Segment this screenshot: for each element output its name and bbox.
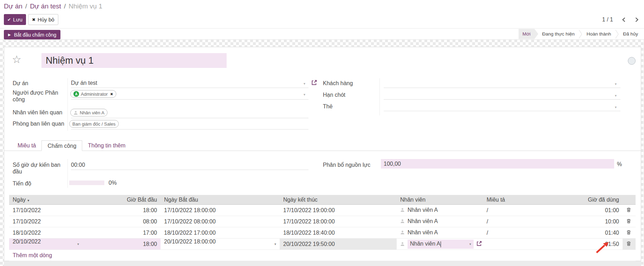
check-icon: ✔	[7, 17, 11, 22]
cell-delete	[623, 216, 636, 227]
person-icon	[73, 110, 78, 115]
cell-end[interactable]: 20/10/2022 19:50:00	[280, 239, 397, 250]
pager-next-button[interactable]	[635, 17, 639, 23]
column-header-label: Ngày	[13, 197, 26, 203]
cell-date-input[interactable]: 20/10/2022▾	[9, 239, 83, 250]
discard-button[interactable]: ✖ Hủy bỏ	[28, 14, 58, 25]
stage-separator-icon	[578, 29, 583, 39]
cell-start-time[interactable]: 08:00	[83, 216, 161, 227]
cell-employee-input[interactable]: Nhân viên A ▾	[397, 239, 483, 250]
tab-description[interactable]: Miêu tả	[12, 140, 41, 151]
employee-name: Nhân viên A	[410, 241, 440, 247]
cell-start-time[interactable]: 17:00	[83, 227, 161, 239]
add-line-link[interactable]: Thêm một dòng	[9, 250, 636, 261]
pager-previous-button[interactable]	[622, 17, 626, 23]
external-link-icon[interactable]	[311, 80, 317, 87]
cell-duration[interactable]: 01:40	[542, 227, 623, 239]
employee-autocomplete-input[interactable]: Nhân viên A ▾	[408, 240, 474, 249]
planned-hours-input[interactable]: 00:00	[71, 162, 85, 168]
cell-date[interactable]: 17/10/2022	[9, 216, 83, 227]
cell-start[interactable]: 17/10/2022 08:00:00	[161, 216, 280, 227]
breadcrumb: Dự án/Dự án test/Nhiệm vụ 1	[4, 2, 102, 10]
stage-cancelled[interactable]: Đã hủy	[619, 29, 642, 39]
column-header-employee[interactable]: Nhân viên	[397, 195, 483, 205]
chevron-down-icon: ▾	[77, 239, 79, 249]
related-department-label: Phòng ban liên quan	[13, 120, 68, 127]
tab-extra-info[interactable]: Thông tin thêm	[82, 140, 131, 151]
cell-start[interactable]: 17/10/2022 18:00:00	[161, 205, 280, 216]
table-header-row: Ngày▾ Giờ Bắt đầu Ngày Bắt đầu Ngày kết …	[9, 195, 636, 205]
cell-end[interactable]: 18/10/2022 18:40:00	[280, 227, 397, 239]
customer-label: Khách hàng	[323, 80, 383, 87]
project-field[interactable]: Dự án test	[71, 80, 97, 86]
breadcrumb-project-link[interactable]: Dự án test	[30, 2, 61, 10]
save-button[interactable]: ✔ Lưu	[4, 14, 26, 25]
stage-new[interactable]: Mới	[519, 29, 538, 39]
cell-start-input[interactable]: 20/10/2022 18:00:00▾	[161, 239, 280, 250]
kanban-state-indicator[interactable]	[628, 57, 636, 65]
cell-duration-input[interactable]: 01:50	[542, 239, 623, 250]
customer-field-underline	[384, 88, 620, 88]
related-department-tag-label: Ban giám đốc / Sales	[72, 121, 116, 127]
trash-icon[interactable]	[626, 207, 631, 213]
chevron-down-icon: ▾	[615, 106, 617, 109]
cell-end[interactable]: 17/10/2022 18:00:00	[280, 216, 397, 227]
employee-name: Nhân viên A	[408, 218, 438, 224]
cell-description[interactable]: /	[483, 205, 542, 216]
cell-employee[interactable]: Nhân viên A	[397, 205, 483, 216]
column-header-start-time[interactable]: Giờ Bắt đầu	[83, 195, 161, 205]
breadcrumb-projects-link[interactable]: Dự án	[4, 2, 22, 10]
tag-remove-icon[interactable]: ✖	[110, 92, 113, 96]
cell-delete	[623, 227, 636, 239]
cell-description[interactable]: /	[483, 216, 542, 227]
cell-duration[interactable]: 01:00	[542, 205, 623, 216]
start-timer-button[interactable]: ▶ Bắt đầu chấm công	[4, 30, 60, 39]
allocation-input[interactable]: 100,00	[381, 159, 614, 169]
trash-icon[interactable]	[626, 241, 631, 246]
cell-date[interactable]: 17/10/2022	[9, 205, 83, 216]
cell-description-input[interactable]	[483, 239, 542, 250]
cell-date[interactable]: 18/10/2022	[9, 227, 83, 239]
external-link-icon[interactable]	[476, 241, 482, 248]
column-header-end-date[interactable]: Ngày kết thúc	[280, 195, 397, 205]
stage-in-progress[interactable]: Đang thực hiện	[538, 29, 578, 39]
stage-done[interactable]: Hoàn thành	[583, 29, 615, 39]
column-header-description[interactable]: Miêu tả	[483, 195, 542, 205]
trash-icon[interactable]	[626, 229, 631, 235]
task-title-input[interactable]: Nhiệm vụ 1	[41, 53, 227, 68]
trash-icon[interactable]	[626, 218, 631, 224]
cell-employee[interactable]: Nhân viên A	[397, 216, 483, 227]
play-icon: ▶	[8, 33, 11, 37]
column-header-duration[interactable]: Giờ đã dùng	[542, 195, 623, 205]
date-value: 20/10/2022	[13, 239, 41, 245]
chevron-down-icon: ▾	[304, 93, 305, 96]
form-sheet: ☆ Nhiệm vụ 1 Dự án Dự án test ▾ Người đư…	[4, 47, 641, 261]
stage-separator-icon	[615, 29, 619, 39]
cell-employee[interactable]: Nhân viên A	[397, 227, 483, 239]
breadcrumb-separator: /	[64, 2, 66, 10]
cell-start[interactable]: 18/10/2022 17:00:00	[161, 227, 280, 239]
chevron-down-icon: ▾	[304, 82, 305, 86]
discard-button-label: Hủy bỏ	[38, 17, 54, 23]
cell-end[interactable]: 17/10/2022 19:00:00	[280, 205, 397, 216]
control-panel-divider	[0, 28, 644, 28]
screen: Dự án/Dự án test/Nhiệm vụ 1 ✔ Lưu ✖ Hủy …	[0, 0, 644, 266]
tab-timesheets[interactable]: Chấm công	[41, 140, 82, 151]
deadline-field-underline	[384, 99, 620, 100]
cell-description[interactable]: /	[483, 227, 542, 239]
pager-value: 1 / 1	[602, 17, 613, 23]
stage-pipeline: Mới Đang thực hiện Hoàn thành Đã hủy	[519, 29, 642, 39]
favorite-star-icon[interactable]: ☆	[12, 54, 21, 65]
related-employee-field-underline	[71, 118, 308, 118]
below-sheet-strip	[4, 261, 641, 266]
cell-start-time[interactable]: 18:00	[83, 205, 161, 216]
allocation-suffix: %	[617, 161, 622, 167]
person-icon	[400, 242, 405, 246]
cell-start-time-input[interactable]: 18:00	[83, 239, 161, 250]
cell-duration[interactable]: 10:00	[542, 216, 623, 227]
project-label: Dự án	[13, 80, 68, 87]
save-button-label: Lưu	[13, 17, 22, 23]
column-header-date[interactable]: Ngày▾	[9, 195, 83, 205]
column-header-start-date[interactable]: Ngày Bắt đầu	[161, 195, 280, 205]
chevron-down-icon: ▾	[469, 242, 471, 246]
